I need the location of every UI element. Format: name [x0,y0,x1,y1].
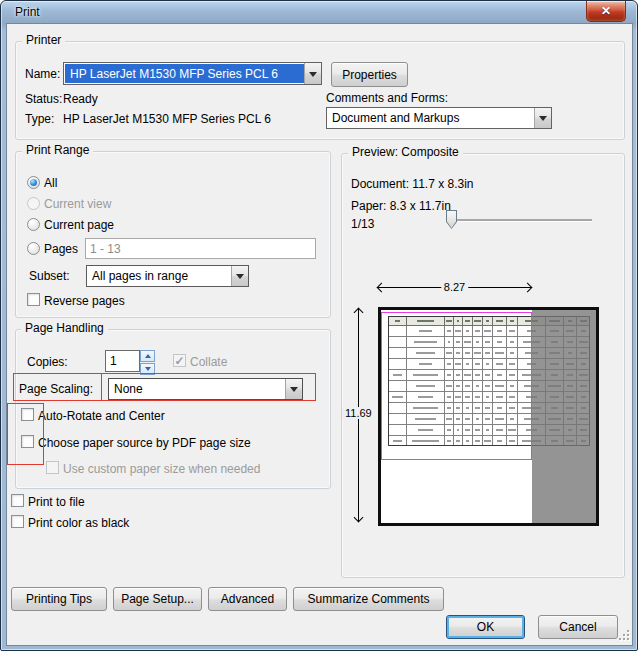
window-title: Print [15,5,40,19]
pages-radio-label[interactable]: Pages [44,242,78,256]
arrow-left-icon [377,283,387,293]
arrow-up-icon [354,308,364,318]
use-custom-paper-label: Use custom paper size when needed [63,462,260,476]
print-range-group-label: Print Range [22,144,93,157]
comments-forms-value: Document and Markups [327,108,534,128]
subset-combobox[interactable]: All pages in range [86,265,249,287]
preview-offpage-area [532,310,596,523]
printing-tips-button[interactable]: Printing Tips [11,587,107,611]
printer-name-combobox[interactable]: HP LaserJet M1530 MFP Series PCL 6 [63,62,322,85]
stepper-up-button[interactable] [140,350,155,362]
type-label: Type: [25,112,54,126]
resize-grip[interactable] [619,630,631,642]
choose-paper-source-label[interactable]: Choose paper source by PDF page size [38,436,251,450]
preview-group-label: Preview: Composite [348,146,463,159]
width-dimension-label: 8.27 [441,281,468,293]
annotation-rect-checkboxes [7,403,44,465]
reverse-pages-checkbox[interactable] [27,293,40,306]
collate-label: Collate [190,355,227,369]
copies-stepper[interactable] [140,350,155,372]
preview-page-indicator: 1/13 [351,217,374,231]
type-value: HP LaserJet M1530 MFP Series PCL 6 [63,112,271,126]
auto-rotate-label[interactable]: Auto-Rotate and Center [38,409,165,423]
comments-forms-label: Comments and Forms: [326,91,448,105]
print-to-file-checkbox[interactable] [11,494,24,507]
page-setup-button[interactable]: Page Setup... [113,587,202,611]
close-button[interactable]: ✕ [586,1,626,22]
annotation-divider-page-scaling [101,373,102,401]
pages-radio[interactable] [27,242,40,255]
print-range-group [15,151,331,318]
printer-name-dropdown-button[interactable] [304,63,321,84]
printer-name-label: Name: [25,67,60,81]
subset-value: All pages in range [87,266,231,286]
page-preview [378,307,599,526]
arrow-up-icon [145,351,151,358]
chevron-down-icon [539,116,547,125]
comments-forms-dropdown-button[interactable] [534,108,551,128]
document-outline [381,312,532,460]
print-color-black-checkbox[interactable] [11,515,24,528]
chevron-down-icon [236,274,244,283]
summarize-comments-button[interactable]: Summarize Comments [293,587,444,611]
status-label: Status: [25,92,62,106]
annotation-rect-page-scaling [13,373,316,401]
collate-checkbox: ✓ [173,354,186,367]
check-icon: ✓ [174,356,184,366]
preview-document-size: Document: 11.7 x 8.3in [351,177,474,191]
copies-label: Copies: [27,355,68,369]
ok-button[interactable]: OK [446,615,525,639]
all-radio[interactable] [27,176,40,189]
preview-paper-size: Paper: 8.3 x 11.7in [351,199,451,213]
arrow-down-icon [354,513,364,523]
current-page-radio-label[interactable]: Current page [44,218,114,232]
comments-forms-combobox[interactable]: Document and Markups [326,107,552,129]
subset-dropdown-button[interactable] [231,266,248,286]
advanced-button[interactable]: Advanced [208,587,287,611]
width-dimension-arrow: 8.27 [378,281,531,293]
current-page-radio[interactable] [27,218,40,231]
printer-name-value: HP LaserJet M1530 MFP Series PCL 6 [65,64,304,83]
close-icon: ✕ [601,4,611,18]
current-view-radio-label: Current view [44,197,111,211]
copies-input[interactable]: 1 [105,350,140,372]
all-radio-label[interactable]: All [44,176,57,190]
print-color-black-label[interactable]: Print color as black [28,516,129,530]
height-dimension-label: 11.69 [342,407,375,419]
subset-label: Subset: [29,269,70,283]
current-view-radio [27,197,40,210]
pages-range-input: 1 - 13 [85,238,316,259]
reverse-pages-label[interactable]: Reverse pages [44,294,125,308]
arrow-right-icon [523,283,533,293]
print-dialog: Print ✕ Printer Name: HP LaserJet M1530 … [0,0,638,651]
page-handling-group-label: Page Handling [21,322,108,335]
printer-group-label: Printer [22,34,65,47]
preview-page-slider-track[interactable] [450,219,592,221]
print-to-file-label[interactable]: Print to file [28,495,85,509]
chevron-down-icon [309,72,317,81]
cancel-button[interactable]: Cancel [538,615,618,639]
use-custom-paper-checkbox [46,461,59,474]
status-value: Ready [63,92,98,106]
properties-button[interactable]: Properties [331,62,408,87]
